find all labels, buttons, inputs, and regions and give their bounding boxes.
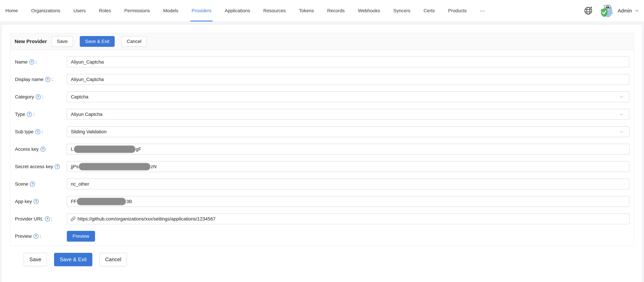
sub-type-label: Sub type ? : <box>15 129 67 135</box>
secret-access-key-label: Secret access key ? <box>15 164 67 169</box>
help-icon[interactable]: ? <box>30 182 35 187</box>
footer-actions: Save Save & Exit Cancel <box>24 253 127 266</box>
nav-item-tokens[interactable]: Tokens <box>299 0 314 21</box>
name-label: Name ? : <box>15 59 67 65</box>
redaction-blob <box>79 163 150 170</box>
help-icon[interactable]: ? <box>29 59 34 65</box>
nav-item-models[interactable]: Models <box>163 0 178 21</box>
select-value: Captcha <box>71 94 88 100</box>
sub-type-select[interactable]: Sliding Validation <box>67 126 630 137</box>
help-icon[interactable]: ? <box>34 199 38 204</box>
help-icon[interactable]: ? <box>55 164 60 169</box>
label-text: Sub type <box>15 129 34 135</box>
label-text: Type <box>15 112 25 117</box>
form-row-name: Name ? : <box>15 56 630 67</box>
link-icon <box>70 216 76 221</box>
nav-item-permissions[interactable]: Permissions <box>124 0 150 21</box>
help-icon[interactable]: ? <box>40 147 46 152</box>
form-row-sub-type: Sub type ? : Sliding Validation <box>15 126 630 137</box>
nav-item-providers[interactable]: Providers <box>192 0 211 21</box>
scene-label: Scene ? <box>15 181 67 187</box>
category-select[interactable]: Captcha <box>67 91 630 102</box>
language-button[interactable] <box>584 6 593 15</box>
label-text: Scene <box>15 181 28 187</box>
value-prefix: FF <box>71 199 76 204</box>
label-text: Name <box>15 59 28 65</box>
label-text: App key <box>15 199 32 204</box>
form-row-category: Category ? : Captcha <box>15 91 630 102</box>
avatar[interactable] <box>600 4 614 18</box>
preview-label: Preview ? : <box>15 234 67 239</box>
user-name: Admin <box>618 8 632 13</box>
nav-item-products[interactable]: Products <box>448 0 467 21</box>
help-icon[interactable]: ? <box>45 216 50 221</box>
help-icon[interactable]: ? <box>35 129 40 134</box>
redaction-blob <box>74 146 135 153</box>
card-header: New Provider Save Save & Exit Cancel <box>10 33 634 50</box>
help-icon[interactable]: ? <box>36 94 41 99</box>
nav-item-certs[interactable]: Certs <box>424 0 435 21</box>
save-button[interactable]: Save <box>52 36 73 47</box>
label-colon: : <box>42 94 44 100</box>
label-text: Category <box>15 94 34 100</box>
help-icon[interactable]: ? <box>34 234 38 239</box>
nav-item-webhooks[interactable]: Webhooks <box>358 0 380 21</box>
page-title: New Provider <box>14 39 47 44</box>
user-menu[interactable]: Admin <box>618 8 639 13</box>
access-key-input[interactable]: L gF <box>67 144 630 154</box>
secret-access-key-input[interactable]: jjPs zN <box>67 161 630 172</box>
form-row-secret-access-key: Secret access key ? jjPs zN <box>15 161 630 172</box>
value-prefix: L <box>71 146 74 152</box>
nav-item-resources[interactable]: Resources <box>263 0 286 21</box>
value-suffix: zN <box>151 164 156 169</box>
redaction-blob <box>77 198 126 205</box>
content-panel: New Provider Save Save & Exit Cancel Nam… <box>1 24 642 282</box>
form-row-display-name: Display name ? : <box>15 74 630 85</box>
label-colon: : <box>36 59 37 65</box>
category-label: Category ? : <box>15 94 67 100</box>
provider-url-value: https://github.com/organizations/xxx/set… <box>78 216 216 222</box>
label-colon: : <box>33 112 34 117</box>
value-suffix: 3B <box>126 199 132 204</box>
chevron-down-icon <box>619 112 624 117</box>
label-colon: : <box>40 234 41 239</box>
form-row-app-key: App key ? FF 3B <box>15 196 630 207</box>
nav-item-records[interactable]: Records <box>327 0 345 21</box>
cancel-button[interactable]: Cancel <box>122 36 147 47</box>
label-colon: : <box>52 77 53 82</box>
footer-cancel-button[interactable]: Cancel <box>100 253 127 266</box>
type-select[interactable]: Aliyun Captcha <box>67 109 630 120</box>
chevron-down-icon <box>619 94 624 99</box>
preview-button[interactable]: Preview <box>67 231 95 242</box>
provider-form: Name ? : Display name ? : <box>10 50 634 242</box>
type-label: Type ? : <box>15 112 67 117</box>
scene-input[interactable] <box>67 178 630 189</box>
access-key-label: Access key ? <box>15 146 67 152</box>
top-navigation: Home Organizations Users Roles Permissio… <box>0 0 644 22</box>
save-and-exit-button[interactable]: Save & Exit <box>80 36 115 47</box>
help-icon[interactable]: ? <box>27 112 32 117</box>
nav-item-home[interactable]: Home <box>5 0 18 21</box>
globe-icon <box>584 6 593 15</box>
footer-save-button[interactable]: Save <box>24 253 47 266</box>
nav-item-applications[interactable]: Applications <box>225 0 250 21</box>
name-input[interactable] <box>67 56 630 67</box>
footer-save-and-exit-button[interactable]: Save & Exit <box>54 253 92 266</box>
display-name-input[interactable] <box>67 74 630 85</box>
value-prefix: jjPs <box>71 164 78 169</box>
nav-item-syncers[interactable]: Syncers <box>393 0 410 21</box>
label-text: Display name <box>15 77 44 82</box>
label-colon: : <box>42 129 43 135</box>
new-provider-card: New Provider Save Save & Exit Cancel Nam… <box>10 33 634 246</box>
nav-item-roles[interactable]: Roles <box>99 0 111 21</box>
nav-item-users[interactable]: Users <box>73 0 86 21</box>
nav-overflow-menu[interactable]: ⋯ <box>480 0 485 21</box>
nav-item-organizations[interactable]: Organizations <box>31 0 60 21</box>
form-row-preview: Preview ? : Preview <box>15 231 630 242</box>
label-colon: : <box>51 216 52 222</box>
app-key-label: App key ? <box>15 199 67 204</box>
provider-url-input[interactable]: https://github.com/organizations/xxx/set… <box>67 213 630 224</box>
label-text: Secret access key <box>15 164 53 169</box>
help-icon[interactable]: ? <box>45 77 50 82</box>
app-key-input[interactable]: FF 3B <box>67 196 630 207</box>
